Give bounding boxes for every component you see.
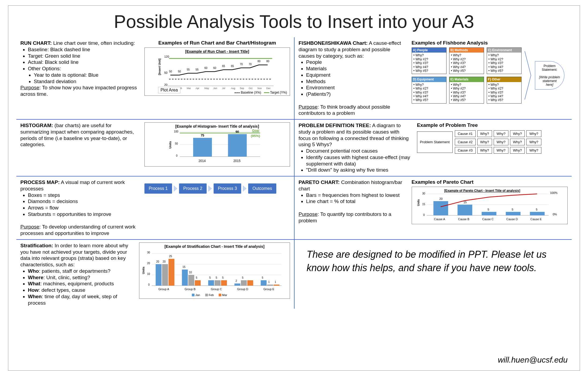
svg-text:Aug: Aug: [231, 87, 235, 90]
process-map-text: PROCESS MAP: A visual map of current wor…: [20, 179, 139, 237]
svg-rect-38: [193, 138, 212, 157]
arrow-icon: [174, 185, 177, 192]
svg-text:100: 100: [174, 130, 178, 133]
svg-text:20: 20: [156, 260, 159, 263]
svg-rect-63: [506, 212, 520, 215]
svg-text:Group D: Group D: [237, 287, 248, 291]
svg-text:55: 55: [195, 68, 199, 71]
svg-text:80: 80: [257, 60, 260, 63]
cell-pareto: PARETO CHART: Combination histogram/bar …: [294, 176, 572, 240]
svg-text:70: 70: [248, 63, 252, 66]
svg-rect-104: [260, 280, 266, 286]
cell-histogram: HISTOGRAM: (bar charts) are useful for s…: [16, 120, 294, 176]
svg-text:15: 15: [422, 203, 425, 206]
cell-process-map: PROCESS MAP: A visual map of current wor…: [16, 176, 294, 240]
svg-text:Group C: Group C: [211, 287, 222, 291]
svg-text:10: 10: [147, 272, 150, 275]
svg-text:75: 75: [200, 134, 204, 137]
cell-message: These are designed to be modified in PPT…: [294, 240, 572, 309]
stratification-text: Stratification: In order to learn more a…: [20, 242, 134, 306]
svg-text:Cause A: Cause A: [434, 218, 445, 221]
svg-text:Units: Units: [417, 199, 420, 206]
svg-text:30: 30: [147, 251, 150, 254]
svg-text:Jun: Jun: [213, 87, 217, 90]
proc-3: Process 3: [214, 183, 241, 194]
svg-text:25: 25: [169, 255, 172, 258]
run-chart-text: RUN CHART: Line chart over time, often i…: [20, 40, 139, 116]
svg-text:0: 0: [148, 283, 150, 286]
svg-rect-59: [457, 205, 472, 215]
svg-text:5: 5: [196, 276, 197, 279]
fish-problem-statement: Problem Statement: [Write problem statem…: [535, 61, 564, 90]
cell-problem-tree: PROBLEM DEFINITION TREE: A diagram to st…: [294, 120, 572, 176]
pareto-chart: [Example of Pareto Chart - Insert Title …: [412, 187, 568, 224]
proc-outcomes: Outcomes: [248, 183, 276, 194]
svg-text:1: 1: [274, 281, 276, 283]
fishbone-text: FISHBONE/ISHIKAWA Chart: A cause-effect …: [299, 40, 406, 116]
histogram-text: HISTOGRAM: (bar charts) are useful for s…: [20, 122, 139, 173]
run-chart-name: RUN CHART:: [20, 40, 52, 46]
svg-text:Mar: Mar: [187, 87, 191, 90]
cell-run-chart: RUN CHART: Line chart over time, often i…: [16, 37, 294, 120]
svg-text:Units: Units: [142, 267, 145, 274]
svg-text:70: 70: [240, 63, 243, 66]
fish-methods: B) Methods• Why?• Why #2?• Why #3?• Why …: [449, 47, 484, 74]
svg-rect-91: [195, 280, 200, 286]
fishbone-graphic: Examples of Fishbone Analysis A) People•…: [412, 40, 568, 116]
svg-text:[Insert Unit]: [Insert Unit]: [158, 58, 161, 75]
svg-text:50: 50: [164, 71, 167, 74]
svg-text:Goal: Goal: [252, 129, 259, 132]
svg-text:5: 5: [215, 276, 217, 279]
svg-text:Group B: Group B: [184, 287, 195, 291]
svg-rect-97: [221, 280, 227, 286]
svg-text:Dec: Dec: [266, 87, 271, 90]
svg-text:[Example of Pareto Chart - Ins: [Example of Pareto Chart - Insert Title …: [444, 189, 520, 193]
svg-rect-85: [168, 259, 174, 286]
svg-text:5: 5: [209, 276, 211, 279]
slide: Possible Analysis Tools to Insert into y…: [8, 5, 580, 371]
svg-text:20: 20: [164, 83, 167, 86]
arrow-icon: [243, 185, 247, 192]
fish-materials: E) Materials• Why?• Why #2?• Why #3?• Wh…: [449, 77, 484, 103]
svg-text:20: 20: [162, 260, 166, 263]
pareto-text: PARETO CHART: Combination histogram/bar …: [299, 179, 406, 237]
svg-text:30: 30: [422, 192, 425, 195]
svg-text:60: 60: [204, 67, 207, 69]
svg-rect-108: [273, 285, 279, 286]
svg-text:0: 0: [176, 154, 177, 157]
stratification-graphic: [Example of Stratification Chart - Inser…: [139, 242, 290, 306]
problem-tree-graphic: Example of Problem Tree Problem Statemen…: [417, 122, 568, 173]
svg-text:Group A: Group A: [158, 287, 169, 291]
svg-text:65: 65: [222, 65, 225, 68]
svg-rect-103: [247, 280, 253, 286]
svg-rect-101: [241, 280, 247, 286]
fish-environment: C) Environment• Why?• Why #2?• Why #3?• …: [487, 47, 522, 74]
svg-text:2015: 2015: [233, 159, 240, 163]
svg-text:0: 0: [423, 213, 425, 216]
run-chart: [Example of Run Chart - Insert Title] [I…: [144, 47, 290, 96]
svg-text:Oct: Oct: [248, 87, 252, 90]
page-title: Possible Analysis Tools to Insert into y…: [16, 11, 572, 32]
svg-rect-95: [214, 280, 220, 286]
svg-text:5: 5: [262, 276, 263, 279]
svg-rect-106: [267, 285, 273, 286]
svg-rect-93: [208, 280, 214, 286]
svg-text:Jan: Jan: [195, 293, 200, 297]
svg-text:0%: 0%: [553, 213, 557, 216]
svg-text:5: 5: [487, 208, 489, 211]
svg-text:5: 5: [536, 208, 537, 211]
fish-equipment: D) Equipment• Why?• Why #2?• Why #3?• Wh…: [412, 77, 446, 103]
svg-text:10: 10: [189, 271, 192, 274]
svg-rect-65: [530, 212, 545, 215]
svg-rect-99: [234, 283, 240, 286]
svg-rect-119: [218, 294, 221, 296]
svg-text:Jul: Jul: [222, 87, 225, 90]
svg-text:2014: 2014: [198, 159, 206, 163]
svg-text:Units: Units: [168, 141, 172, 149]
svg-text:15: 15: [182, 266, 185, 268]
svg-text:2: 2: [235, 279, 237, 282]
svg-text:50: 50: [175, 142, 178, 145]
svg-text:20: 20: [147, 262, 150, 265]
svg-rect-83: [162, 264, 168, 286]
svg-text:120: 120: [164, 55, 169, 58]
